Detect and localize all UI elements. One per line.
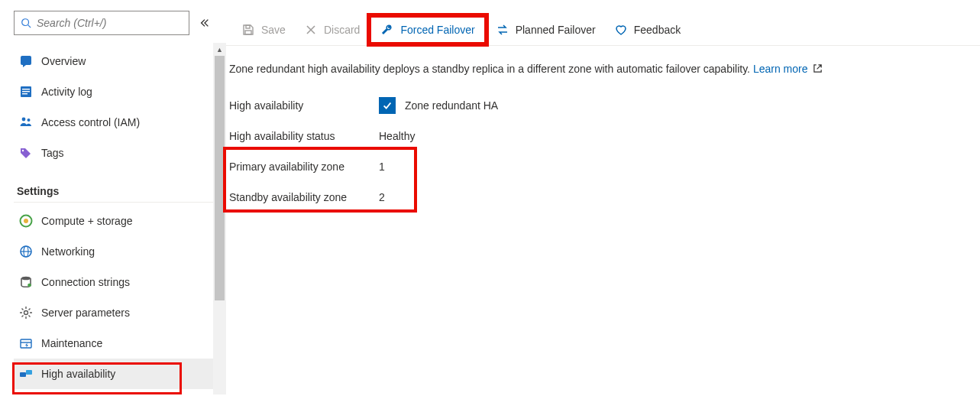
svg-rect-20 — [26, 370, 32, 375]
chevron-double-left-icon — [199, 18, 210, 28]
sidebar-item-label: Maintenance — [41, 337, 102, 349]
sidebar-item-label: Overview — [41, 55, 86, 67]
heart-icon — [614, 23, 628, 37]
svg-rect-21 — [246, 25, 250, 28]
feedback-button[interactable]: Feedback — [605, 15, 690, 44]
row-primary-zone: Primary availability zone 1 — [229, 151, 980, 182]
svg-rect-4 — [22, 91, 30, 92]
ha-status-label: High availability status — [229, 130, 379, 142]
standby-zone-label: Standby availability zone — [229, 191, 379, 203]
svg-point-8 — [22, 150, 24, 151]
high-availability-icon — [18, 366, 34, 381]
ha-value: Zone redundant HA — [405, 99, 498, 112]
primary-zone-label: Primary availability zone — [229, 161, 379, 173]
sidebar-item-label: Tags — [41, 147, 64, 159]
svg-point-16 — [24, 311, 28, 315]
search-placeholder: Search (Ctrl+/) — [37, 17, 106, 29]
discard-icon — [304, 23, 318, 37]
ha-checkbox[interactable] — [379, 97, 396, 114]
svg-point-10 — [24, 219, 28, 223]
networking-icon — [18, 244, 34, 259]
svg-point-7 — [27, 118, 31, 122]
search-input[interactable]: Search (Ctrl+/) — [14, 11, 189, 35]
svg-rect-5 — [22, 93, 27, 94]
svg-point-14 — [21, 277, 31, 281]
svg-rect-17 — [21, 339, 31, 348]
learn-more-link[interactable]: Learn more — [753, 63, 808, 75]
sidebar-item-label: Server parameters — [41, 307, 130, 319]
svg-point-0 — [22, 19, 29, 26]
main-panel: Save Discard Forced Failover Planned Fai… — [226, 0, 980, 396]
overview-icon — [18, 54, 34, 69]
iam-icon — [18, 115, 34, 130]
sidebar-item-label: High availability — [41, 368, 115, 380]
row-ha-status: High availability status Healthy — [229, 121, 980, 151]
description-text: Zone redundant high availability deploys… — [226, 46, 980, 78]
sidebar-item-tags[interactable]: Tags — [14, 138, 220, 168]
sidebar-item-compute-storage[interactable]: Compute + storage — [14, 206, 220, 236]
svg-rect-3 — [22, 89, 30, 89]
sidebar-heading-settings: Settings — [14, 179, 220, 203]
svg-rect-19 — [20, 372, 26, 377]
ha-status-value: Healthy — [379, 130, 415, 142]
collapse-sidebar-button[interactable] — [189, 18, 220, 28]
primary-zone-value: 1 — [379, 161, 385, 173]
connection-strings-icon — [18, 274, 34, 290]
scroll-up-icon[interactable]: ▲ — [213, 43, 226, 56]
sidebar-item-label: Networking — [41, 245, 95, 258]
sidebar-item-connection-strings[interactable]: Connection strings — [14, 267, 220, 297]
toolbar: Save Discard Forced Failover Planned Fai… — [226, 14, 980, 46]
standby-zone-value: 2 — [379, 191, 385, 203]
external-link-icon — [813, 63, 823, 73]
svg-point-6 — [22, 118, 26, 122]
button-label: Forced Failover — [400, 24, 474, 36]
row-standby-zone: Standby availability zone 2 — [229, 182, 980, 213]
sidebar-item-maintenance[interactable]: Maintenance — [14, 328, 220, 359]
scrollbar-thumb[interactable] — [215, 56, 225, 300]
save-icon — [241, 23, 255, 37]
search-icon — [21, 18, 31, 28]
row-high-availability: High availability Zone redundant HA — [229, 90, 980, 121]
scrollbar[interactable]: ▲ — [213, 43, 226, 394]
sidebar-item-overview[interactable]: Overview — [14, 46, 220, 76]
sidebar-item-label: Compute + storage — [41, 215, 132, 227]
discard-button[interactable]: Discard — [295, 15, 369, 44]
planned-failover-button[interactable]: Planned Failover — [487, 15, 605, 44]
button-label: Save — [261, 24, 286, 36]
button-label: Feedback — [634, 24, 681, 36]
sidebar-item-access-control[interactable]: Access control (IAM) — [14, 107, 220, 138]
sidebar-item-label: Access control (IAM) — [41, 116, 140, 128]
sidebar-item-label: Activity log — [41, 86, 92, 98]
swap-icon — [496, 23, 509, 37]
svg-line-1 — [28, 25, 31, 28]
save-button[interactable]: Save — [232, 15, 295, 44]
sidebar-item-activity-log[interactable]: Activity log — [14, 76, 220, 107]
sidebar: Search (Ctrl+/) Overview Activity log Ac… — [0, 0, 226, 396]
sidebar-item-server-parameters[interactable]: Server parameters — [14, 297, 220, 328]
button-label: Planned Failover — [516, 24, 596, 36]
sidebar-item-networking[interactable]: Networking — [14, 236, 220, 267]
compute-storage-icon — [18, 213, 34, 229]
ha-label: High availability — [229, 99, 379, 112]
svg-rect-22 — [245, 31, 251, 34]
activity-log-icon — [18, 84, 34, 99]
server-parameters-icon — [18, 305, 34, 320]
forced-failover-button[interactable]: Forced Failover — [369, 15, 486, 44]
wrench-icon — [380, 23, 394, 37]
button-label: Discard — [324, 24, 360, 36]
svg-point-15 — [27, 284, 31, 287]
tags-icon — [18, 145, 34, 161]
sidebar-item-high-availability[interactable]: High availability — [14, 359, 220, 389]
description-content: Zone redundant high availability deploys… — [229, 63, 750, 75]
sidebar-item-label: Connection strings — [41, 276, 130, 288]
maintenance-icon — [18, 336, 34, 351]
